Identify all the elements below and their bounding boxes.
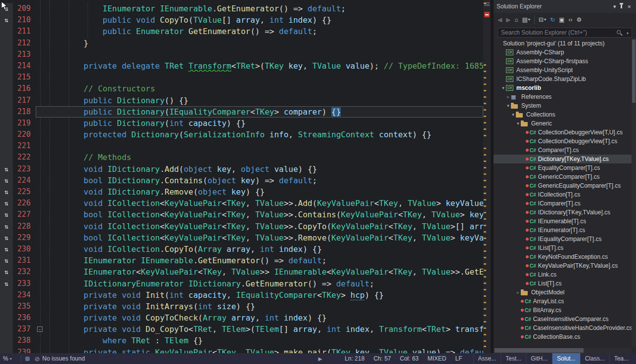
code-line[interactable]: 213 bbox=[0, 49, 483, 60]
code-line[interactable]: 211 public Enumerator GetEnumerator() =>… bbox=[0, 26, 483, 37]
scrollbar-thumb[interactable] bbox=[632, 40, 636, 103]
code-line[interactable]: ⇅230 void ICollection.CopyTo(Array array… bbox=[0, 243, 483, 255]
tree-item-icomparer-t-cs[interactable]: C#IComparer[T].cs bbox=[494, 199, 632, 208]
tree-item-collectionbase-cs[interactable]: C#CollectionBase.cs bbox=[494, 332, 632, 341]
code-line[interactable]: 237- private void Do_CopyTo<TRet, TElem>… bbox=[0, 324, 483, 335]
code-line[interactable]: 216 // Constructors bbox=[0, 83, 483, 94]
code-line[interactable]: 221 bbox=[0, 140, 483, 152]
code-line[interactable]: ⇅227 bool ICollection<KeyValuePair<TKey,… bbox=[0, 209, 483, 220]
build-status-icon[interactable] bbox=[25, 357, 30, 361]
scrollbar-thumb[interactable] bbox=[495, 348, 584, 353]
implements-icon[interactable]: ⇅ bbox=[0, 198, 13, 209]
code-lines[interactable]: ⇅209 IEnumerator IEnumerable.GetEnumerat… bbox=[0, 3, 483, 353]
status-tab-solut[interactable]: Solut... bbox=[552, 353, 580, 364]
code-line[interactable]: 235 private void InitArrays(int size) {} bbox=[0, 301, 483, 312]
tree-horizontal-scrollbar[interactable] bbox=[494, 348, 632, 353]
tree-item-collectiondebuggerview-t-u-cs[interactable]: C#CollectionDebuggerView[T,U].cs bbox=[494, 128, 632, 137]
chevron-collapsed-icon[interactable]: ▹ bbox=[515, 290, 521, 295]
tree-item-ienumerator-t-cs[interactable]: C#IEnumerator[T].cs bbox=[494, 226, 632, 235]
tree-item-idictionary-tkey-tvalue-cs[interactable]: C#IDictionary[TKey,TValue].cs bbox=[494, 208, 632, 217]
implements-icon[interactable]: ⇅ bbox=[0, 175, 13, 186]
collapse-all-button[interactable]: ⊟▾ bbox=[537, 15, 548, 24]
column-indicator[interactable]: Col: 63 bbox=[400, 355, 418, 362]
code-line[interactable]: ⇅209 IEnumerator IEnumerable.GetEnumerat… bbox=[0, 3, 483, 14]
code-line[interactable]: ⇅210 public void CopyTo(TValue[] array, … bbox=[0, 14, 483, 26]
chevron-expanded-icon[interactable]: ▾ bbox=[515, 121, 521, 126]
chevron-expanded-icon[interactable]: ▾ bbox=[505, 103, 511, 108]
tree-item-references[interactable]: ▹▦References bbox=[494, 92, 632, 101]
chevron-collapsed-icon[interactable]: ▹ bbox=[505, 94, 511, 99]
code-line[interactable]: 212 } bbox=[0, 38, 483, 49]
tree-item-generic[interactable]: ▾Generic bbox=[494, 119, 632, 128]
tree-item-objectmodel[interactable]: ▹ObjectModel bbox=[494, 288, 632, 297]
tree-item-keynotfoundexception-cs[interactable]: C#KeyNotFoundException.cs bbox=[494, 252, 632, 261]
tree-item-collections[interactable]: ▾Collections bbox=[494, 110, 632, 119]
fold-collapse-box[interactable]: - bbox=[37, 326, 43, 332]
tree-vertical-scrollbar[interactable] bbox=[632, 38, 636, 347]
status-tab-test[interactable]: Test... bbox=[500, 353, 526, 364]
eol-indicator[interactable]: LF bbox=[455, 355, 462, 362]
implements-icon[interactable]: ⇅ bbox=[0, 221, 13, 232]
tree-item-caseinsensitivecomparer-cs[interactable]: C#CaseInsensitiveComparer.cs bbox=[494, 315, 632, 324]
code-editor[interactable]: ⇅209 IEnumerator IEnumerable.GetEnumerat… bbox=[0, 0, 491, 353]
tree-item-iequalitycomparer-t-cs[interactable]: C#IEqualityComparer[T].cs bbox=[494, 235, 632, 243]
implements-icon[interactable]: ⇅ bbox=[0, 186, 13, 198]
code-line[interactable]: ⇅224 bool IDictionary.Contains(object ke… bbox=[0, 175, 483, 186]
status-tab-tea[interactable]: Tea... bbox=[609, 353, 633, 364]
tree-item-keyvaluepair-tkey-tvalue-cs[interactable]: C#KeyValuePair[TKey,TValue].cs bbox=[494, 261, 632, 270]
status-tab-asse[interactable]: Asse... bbox=[473, 353, 501, 364]
code-line[interactable]: 236 private void CopyToCheck(Array array… bbox=[0, 312, 483, 324]
chevron-down-icon[interactable]: ▾ bbox=[627, 31, 629, 36]
status-tab-gith[interactable]: GitH... bbox=[526, 353, 552, 364]
implements-icon[interactable]: ⇅ bbox=[0, 163, 13, 175]
code-line[interactable]: ⇅231 IEnumerator IEnumerable.GetEnumerat… bbox=[0, 255, 483, 266]
tree-item-genericcomparer-t-cs[interactable]: C#GenericComparer[T].cs bbox=[494, 172, 632, 181]
implements-icon[interactable]: ⇅ bbox=[0, 243, 13, 255]
code-line[interactable]: 239 private static KeyValuePair<TKey, TV… bbox=[0, 347, 483, 353]
tree-item-system[interactable]: ▾System bbox=[494, 101, 632, 110]
back-button[interactable]: ◀ bbox=[496, 15, 504, 24]
implements-icon[interactable]: ⇅ bbox=[0, 232, 13, 243]
encoding-indicator[interactable]: MIXED bbox=[428, 355, 447, 362]
code-line[interactable]: ⇅226 void ICollection<KeyValuePair<TKey,… bbox=[0, 198, 483, 209]
pin-button[interactable] bbox=[618, 3, 625, 9]
implements-icon[interactable]: ⇅ bbox=[0, 266, 13, 278]
window-position-icon[interactable]: ▾ bbox=[611, 3, 618, 10]
tree-item-assembly-unityscript[interactable]: C#Assembly-UnityScript bbox=[494, 66, 632, 75]
switch-views-button[interactable]: ▤▾ bbox=[520, 15, 532, 24]
view-code-button[interactable]: ‹› bbox=[567, 15, 575, 24]
document-health-icon[interactable] bbox=[484, 12, 490, 17]
chevron-expanded-icon[interactable]: ▾ bbox=[500, 85, 506, 90]
status-tab-class[interactable]: Class... bbox=[580, 353, 609, 364]
tree-item-mscorlib[interactable]: ▾C#mscorlib bbox=[494, 83, 632, 92]
home-button[interactable]: ⌂ bbox=[512, 15, 520, 24]
implements-icon[interactable]: ⇅ bbox=[0, 209, 13, 220]
implements-icon[interactable]: ⇅ bbox=[0, 255, 13, 266]
code-line[interactable]: ⇅223 void IDictionary.Add(object key, ob… bbox=[0, 163, 483, 175]
code-line[interactable]: ⇅232 IEnumerator<KeyValuePair<TKey, TVal… bbox=[0, 266, 483, 278]
tree-item-icsharpcode-sharpziplib[interactable]: C#ICSharpCode.SharpZipLib bbox=[494, 75, 632, 83]
tree-item-equalitycomparer-t-cs[interactable]: C#EqualityComparer[T].cs bbox=[494, 163, 632, 172]
tree-item-solution-project-gui-11-of-11-projects[interactable]: Solution 'project-gui' (11 of 11 project… bbox=[494, 39, 632, 48]
zoom-control[interactable]: % ▾ bbox=[3, 355, 12, 362]
editor-vertical-scrollbar[interactable] bbox=[483, 0, 491, 353]
code-line[interactable]: ⇅233 IDictionaryEnumerator IDictionary.G… bbox=[0, 278, 483, 289]
show-all-files-button[interactable]: ▣ bbox=[557, 15, 566, 24]
tree-item-genericequalitycomparer-t-cs[interactable]: C#GenericEqualityComparer[T].cs bbox=[494, 181, 632, 190]
code-line[interactable]: 238 where TRet : TElem {} bbox=[0, 335, 483, 346]
line-indicator[interactable]: Ln: 218 bbox=[345, 355, 364, 362]
implements-icon[interactable]: ⇅ bbox=[0, 14, 13, 26]
tree-item-dictionary-tkey-tvalue-cs[interactable]: C#Dictionary[TKey,TValue].cs bbox=[494, 155, 632, 163]
tree-item-ienumerable-t-cs[interactable]: C#IEnumerable[T].cs bbox=[494, 217, 632, 226]
search-box[interactable]: ▾ bbox=[498, 28, 632, 38]
code-line[interactable]: 222 // Methods bbox=[0, 152, 483, 163]
code-line[interactable]: ⇅225 void IDictionary.Remove(object key)… bbox=[0, 186, 483, 198]
tree-item-assembly-csharp[interactable]: C#Assembly-CSharp bbox=[494, 48, 632, 57]
tree-item-link-cs[interactable]: C#Link.cs bbox=[494, 270, 632, 279]
code-line[interactable]: ⇅228 void ICollection<KeyValuePair<TKey,… bbox=[0, 221, 483, 232]
code-line[interactable]: ⇅229 bool ICollection<KeyValuePair<TKey,… bbox=[0, 232, 483, 243]
properties-button[interactable]: ⚙ bbox=[575, 15, 584, 24]
tree-item-icollection-t-cs[interactable]: C#ICollection[T].cs bbox=[494, 190, 632, 199]
refresh-button[interactable]: ↻ bbox=[548, 15, 557, 24]
tree-item-ilist-t-cs[interactable]: C#IList[T].cs bbox=[494, 243, 632, 252]
